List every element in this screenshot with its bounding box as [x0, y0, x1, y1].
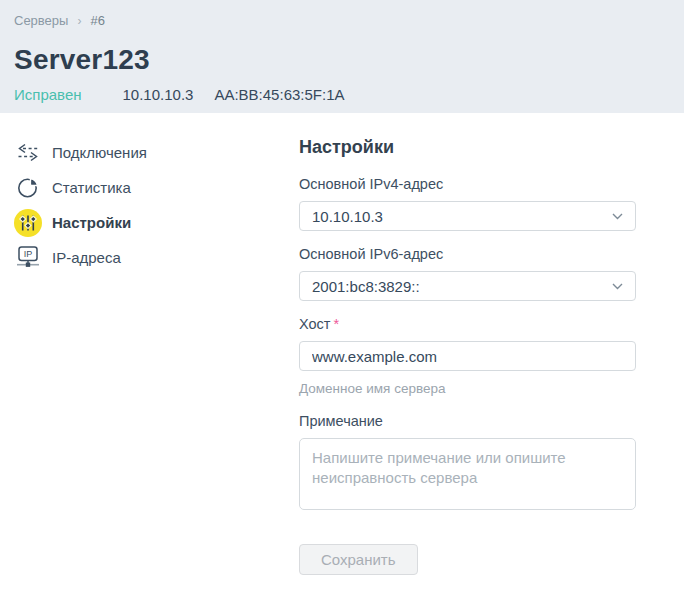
ip-network-icon: IP: [14, 244, 42, 272]
host-helper-text: Доменное имя сервера: [299, 381, 636, 396]
sidebar-item-label: Настройки: [52, 214, 131, 231]
sidebar-item-label: Статистика: [52, 179, 131, 196]
chevron-right-icon: ›: [77, 14, 81, 28]
breadcrumb-item-servers[interactable]: Серверы: [14, 13, 68, 28]
breadcrumb-item-current: #6: [90, 13, 104, 28]
sidebar-item-label: IP-адреса: [52, 249, 121, 266]
page-title: Server123: [14, 45, 670, 74]
server-status-row: Исправен 10.10.10.3 AA:BB:45:63:5F:1A: [14, 86, 670, 103]
chevron-down-icon: [612, 213, 623, 220]
sidebar-item-label: Подключения: [52, 144, 147, 161]
sliders-icon: [14, 209, 42, 237]
chevron-down-icon: [612, 283, 623, 290]
note-label: Примечание: [299, 413, 636, 429]
ipv6-label: Основной IPv6-адрес: [299, 246, 636, 262]
server-detail-page: Серверы › #6 Server123 Исправен 10.10.10…: [0, 0, 684, 590]
save-button[interactable]: Сохранить: [299, 544, 418, 575]
page-header: Серверы › #6 Server123 Исправен 10.10.10…: [0, 0, 684, 113]
ipv6-select[interactable]: 2001:bc8:3829::: [299, 271, 636, 301]
settings-panel: Настройки Основной IPv4-адрес 10.10.10.3…: [299, 113, 636, 575]
host-field: Хост* Доменное имя сервера: [299, 316, 636, 396]
settings-heading: Настройки: [299, 137, 636, 158]
host-label: Хост*: [299, 316, 636, 332]
ipv4-select[interactable]: 10.10.10.3: [299, 201, 636, 231]
sidebar-item-connections[interactable]: Подключения: [14, 135, 299, 170]
sidebar-item-statistics[interactable]: Статистика: [14, 170, 299, 205]
pie-chart-icon: [14, 174, 42, 202]
page-body: Подключения Статистика: [0, 113, 684, 575]
sidebar-item-ip-addresses[interactable]: IP IP-адреса: [14, 240, 299, 275]
ipv6-selected-value: 2001:bc8:3829::: [312, 278, 420, 295]
sidebar: Подключения Статистика: [0, 113, 299, 575]
ip-icon-text: IP: [24, 249, 33, 259]
note-textarea[interactable]: [299, 438, 636, 510]
sidebar-item-settings[interactable]: Настройки: [14, 205, 299, 240]
server-ip: 10.10.10.3: [123, 86, 194, 103]
ipv4-label: Основной IPv4-адрес: [299, 176, 636, 192]
server-mac: AA:BB:45:63:5F:1A: [214, 86, 344, 103]
host-input[interactable]: [299, 341, 636, 371]
required-asterisk: *: [333, 316, 339, 332]
status-badge: Исправен: [14, 86, 82, 103]
breadcrumb: Серверы › #6: [14, 13, 670, 28]
host-label-text: Хост: [299, 316, 330, 332]
ipv4-selected-value: 10.10.10.3: [312, 208, 383, 225]
connections-icon: [14, 139, 42, 167]
